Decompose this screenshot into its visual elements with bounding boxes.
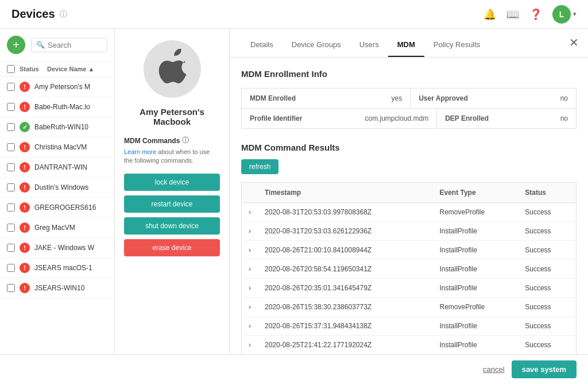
- status-icon: ✓: [20, 122, 30, 132]
- bell-icon[interactable]: 🔔: [483, 8, 496, 21]
- device-checkbox[interactable]: [7, 103, 15, 111]
- close-button[interactable]: ✕: [569, 36, 579, 49]
- enrollment-section-title: MDM Enrollment Info: [241, 69, 577, 79]
- status-cell: Success: [518, 279, 576, 298]
- info-icon[interactable]: ⓘ: [60, 9, 67, 20]
- book-icon[interactable]: 📖: [506, 8, 519, 21]
- device-checkbox[interactable]: [7, 284, 15, 292]
- device-checkbox[interactable]: [7, 183, 15, 191]
- top-header: Devices ⓘ 🔔 📖 ❓ L ▾: [0, 0, 588, 29]
- erase-device-button[interactable]: erase device: [124, 239, 220, 256]
- status-icon: !: [20, 243, 30, 253]
- timestamp-cell: 2020-08-31T20:53:03.997808368Z: [258, 203, 432, 222]
- right-panel: ✕ DetailsDevice GroupsUsersMDMPolicy Res…: [230, 29, 588, 354]
- list-item[interactable]: ! JSEARS macOS-1: [0, 258, 114, 278]
- tab-policy-results[interactable]: Policy Results: [424, 33, 490, 57]
- status-cell: Success: [518, 298, 576, 317]
- learn-more-link[interactable]: Learn more: [124, 148, 156, 155]
- enrollment-row-1: MDM Enrolled yes User Approved no: [242, 89, 576, 109]
- refresh-button[interactable]: refresh: [241, 159, 278, 174]
- device-checkbox[interactable]: [7, 244, 15, 252]
- device-checkbox[interactable]: [7, 83, 15, 91]
- tab-mdm[interactable]: MDM: [388, 33, 424, 57]
- table-row[interactable]: › 2020-08-26T21:00:10.841008944Z Install…: [242, 241, 577, 260]
- mdm-content: MDM Enrollment Info MDM Enrolled yes Use…: [230, 57, 588, 354]
- user-approved-value: no: [552, 89, 576, 108]
- mdm-commands-info-icon: ⓘ: [182, 136, 189, 145]
- table-row[interactable]: › 2020-08-26T20:58:54.119650341Z Install…: [242, 260, 577, 279]
- status-icon: !: [20, 162, 30, 172]
- mdm-enrolled-value: yes: [383, 89, 411, 108]
- timestamp-cell: 2020-08-26T15:38:30.238603773Z: [258, 298, 432, 317]
- event-type-cell: InstallProfile: [432, 279, 518, 298]
- list-item[interactable]: ! Dustin's Windows: [0, 178, 114, 198]
- table-row[interactable]: › 2020-08-26T15:37:31.948434138Z Install…: [242, 317, 577, 336]
- status-icon: !: [20, 182, 30, 193]
- event-type-col-header: Event Type: [432, 183, 518, 203]
- status-icon: !: [20, 222, 30, 233]
- tab-device-groups[interactable]: Device Groups: [283, 33, 350, 57]
- sort-icon: ▲: [88, 66, 95, 72]
- table-row[interactable]: › 2020-08-26T15:38:30.238603773Z RemoveP…: [242, 298, 577, 317]
- shutdown-device-button[interactable]: shut down device: [124, 217, 220, 235]
- event-type-cell: InstallProfile: [432, 222, 518, 241]
- status-cell: Success: [518, 222, 576, 241]
- device-checkbox[interactable]: [7, 163, 15, 171]
- expand-cell: ›: [242, 298, 258, 317]
- select-all-checkbox[interactable]: [7, 65, 15, 73]
- restart-device-button[interactable]: restart device: [124, 195, 220, 213]
- lock-device-button[interactable]: lock device: [124, 174, 220, 191]
- list-item[interactable]: ! Amy Peterson's M: [0, 77, 114, 97]
- list-item[interactable]: ! GREGROGERS616: [0, 198, 114, 218]
- event-type-cell: InstallProfile: [432, 241, 518, 260]
- timestamp-cell: 2020-08-26T15:37:31.948434138Z: [258, 317, 432, 336]
- add-device-button[interactable]: +: [7, 36, 25, 54]
- page-title: Devices: [11, 7, 55, 21]
- name-column-header: Device Name ▲: [47, 66, 107, 72]
- list-item[interactable]: ! JAKE - Windows W: [0, 238, 114, 258]
- device-checkbox[interactable]: [7, 123, 15, 131]
- table-row[interactable]: › 2020-08-25T21:41:22.177192024Z Install…: [242, 336, 577, 355]
- user-menu[interactable]: L ▾: [552, 5, 577, 24]
- expand-cell: ›: [242, 260, 258, 279]
- expand-cell: ›: [242, 336, 258, 355]
- status-col-header: Status: [518, 183, 576, 203]
- timestamp-cell: 2020-08-25T21:41:22.177192024Z: [258, 336, 432, 355]
- expand-cell: ›: [242, 203, 258, 222]
- list-item[interactable]: ! Babe-Ruth-Mac.lo: [0, 97, 114, 117]
- device-avatar: [144, 40, 201, 98]
- event-type-cell: InstallProfile: [432, 260, 518, 279]
- dep-enrolled-label: DEP Enrolled: [437, 109, 552, 128]
- table-row[interactable]: › 2020-08-31T20:53:03.997808368Z RemoveP…: [242, 203, 577, 222]
- help-icon[interactable]: ❓: [529, 8, 542, 21]
- table-row[interactable]: › 2020-08-31T20:53:03.626122936Z Install…: [242, 222, 577, 241]
- device-detail-panel: Amy Peterson's Macbook MDM Commands ⓘ Le…: [115, 29, 230, 354]
- expand-cell: ›: [242, 279, 258, 298]
- timestamp-cell: 2020-08-26T21:00:10.841008944Z: [258, 241, 432, 260]
- header-left: Devices ⓘ: [11, 7, 67, 21]
- device-name: GREGROGERS616: [34, 203, 107, 212]
- list-item[interactable]: ! DANTRANT-WIN: [0, 158, 114, 178]
- header-right: 🔔 📖 ❓ L ▾: [483, 5, 577, 24]
- user-avatar[interactable]: L: [552, 5, 571, 24]
- search-input[interactable]: [48, 41, 102, 49]
- list-item[interactable]: ✓ BabeRuth-WIN10: [0, 117, 114, 137]
- device-checkbox[interactable]: [7, 143, 15, 151]
- device-name: DANTRANT-WIN: [34, 163, 107, 171]
- device-checkbox[interactable]: [7, 264, 15, 272]
- device-name: JAKE - Windows W: [34, 244, 107, 252]
- table-row[interactable]: › 2020-08-26T20:35:01.341645479Z Install…: [242, 279, 577, 298]
- list-item[interactable]: ! Christina MacVM: [0, 137, 114, 158]
- tab-details[interactable]: Details: [241, 33, 283, 57]
- device-checkbox[interactable]: [7, 224, 15, 232]
- event-type-cell: RemoveProfile: [432, 203, 518, 222]
- mdm-enrolled-label: MDM Enrolled: [242, 89, 383, 108]
- enrollment-grid: MDM Enrolled yes User Approved no Profil…: [241, 88, 577, 129]
- device-checkbox[interactable]: [7, 203, 15, 212]
- save-button[interactable]: save system: [512, 360, 577, 378]
- chevron-down-icon: ▾: [573, 10, 577, 18]
- list-item[interactable]: ! JSEARS-WIN10: [0, 278, 114, 298]
- tab-users[interactable]: Users: [350, 33, 388, 57]
- list-item[interactable]: ! Greg MacVM: [0, 218, 114, 238]
- cancel-button[interactable]: cancel: [483, 365, 505, 374]
